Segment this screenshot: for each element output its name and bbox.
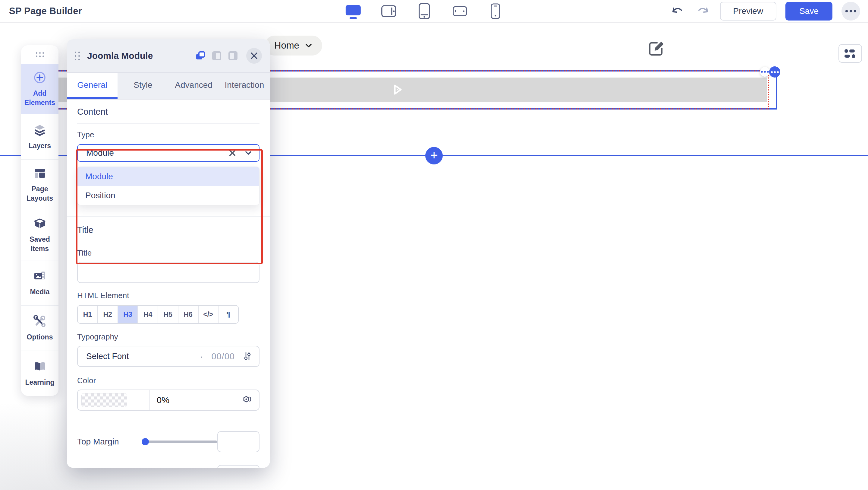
column-options-button[interactable]: [769, 66, 780, 78]
preview-button[interactable]: Preview: [720, 2, 777, 21]
page-layouts-icon: [33, 166, 47, 180]
font-select[interactable]: Select Font · 00/00: [77, 346, 259, 367]
float-window-icon[interactable]: [195, 50, 206, 61]
sidebar-item-label: Page Layouts: [23, 184, 57, 203]
device-desktop-icon[interactable]: [344, 1, 363, 21]
font-separator-dot: ·: [200, 351, 203, 362]
tab-interaction[interactable]: Interaction: [219, 73, 270, 99]
sidebar-item-label: Saved Items: [23, 235, 57, 254]
save-button[interactable]: Save: [785, 2, 832, 21]
page-selector-label: Home: [274, 40, 299, 51]
dropdown-option-position[interactable]: Position: [78, 186, 259, 205]
top-margin-slider[interactable]: [142, 440, 217, 443]
device-tablet-portrait-icon[interactable]: [415, 1, 434, 21]
type-field-label: Type: [77, 130, 259, 139]
section-separator: [67, 423, 270, 423]
font-size-counter: 00/00: [211, 351, 235, 362]
add-row-button[interactable]: +: [425, 147, 443, 165]
typography-label: Typography: [77, 332, 259, 342]
heading-h6-button[interactable]: H6: [178, 306, 198, 323]
clear-icon[interactable]: [229, 149, 236, 156]
redo-button[interactable]: [695, 3, 711, 19]
bottom-margin-input[interactable]: [217, 465, 259, 468]
divider: [77, 123, 259, 124]
dropdown-option-module[interactable]: Module: [78, 167, 259, 186]
row-options-button[interactable]: [760, 67, 770, 77]
more-options-button[interactable]: [841, 2, 860, 21]
heading-h1-button[interactable]: H1: [78, 306, 97, 323]
sidebar-item-label: Options: [27, 333, 53, 342]
heading-code-button[interactable]: </>: [198, 306, 218, 323]
sidebar-item-layers[interactable]: Layers: [21, 114, 59, 159]
tab-advanced[interactable]: Advanced: [168, 73, 219, 99]
modal-body: Content Type Module Module Position Titl…: [67, 99, 270, 468]
slider-thumb[interactable]: [142, 438, 149, 445]
title-input[interactable]: [77, 262, 259, 283]
bottom-margin-row: Bottom Margin: [77, 465, 259, 468]
title-section-heading: Title: [77, 225, 259, 235]
options-icon: [33, 314, 47, 328]
heading-h5-button[interactable]: H5: [158, 306, 178, 323]
top-margin-row: Top Margin: [77, 431, 259, 452]
dock-right-icon[interactable]: [227, 50, 239, 61]
topbar: SP Page Builder Preview Save: [0, 0, 868, 23]
sidebar-item-page-layouts[interactable]: Page Layouts: [21, 159, 59, 210]
device-tablet-landscape-icon[interactable]: [379, 1, 398, 21]
color-opacity-field[interactable]: 0%: [150, 390, 259, 410]
color-swatch-button[interactable]: [78, 390, 150, 410]
page-settings-button[interactable]: [838, 44, 862, 63]
color-reset-icon[interactable]: [242, 395, 252, 405]
sidebar-item-media[interactable]: Media: [21, 260, 59, 305]
device-mobile-landscape-icon[interactable]: [450, 1, 470, 21]
tab-style[interactable]: Style: [118, 73, 168, 99]
column-guide-right: [768, 70, 769, 110]
dock-left-icon[interactable]: [211, 50, 222, 61]
type-select-value: Module: [86, 148, 114, 158]
chevron-down-icon[interactable]: [244, 149, 252, 157]
edit-page-icon[interactable]: [647, 39, 667, 59]
sidebar-item-label: Layers: [29, 141, 51, 150]
undo-button[interactable]: [670, 3, 686, 19]
section-separator: [67, 216, 270, 217]
heading-paragraph-button[interactable]: ¶: [218, 306, 238, 323]
heading-h3-button[interactable]: H3: [118, 306, 138, 323]
media-icon: [33, 269, 47, 283]
html-element-label: HTML Element: [77, 291, 259, 300]
sidebar-drag-handle[interactable]: [21, 45, 59, 64]
layers-icon: [33, 123, 47, 137]
device-mobile-portrait-icon[interactable]: [486, 1, 505, 21]
html-element-group: H1 H2 H3 H4 H5 H6 </> ¶: [77, 305, 239, 324]
type-select[interactable]: Module: [77, 144, 259, 162]
type-dropdown-list: Module Position: [77, 167, 259, 205]
joomla-module-settings-modal: Joomla Module General Style Advanced Int…: [67, 39, 270, 468]
app-title: SP Page Builder: [9, 6, 82, 17]
close-button[interactable]: [246, 48, 262, 64]
heading-h2-button[interactable]: H2: [97, 306, 118, 323]
saved-items-icon: [33, 217, 47, 231]
play-icon: [390, 82, 405, 97]
close-icon: [250, 52, 258, 60]
sidebar-item-label: Add Elements: [23, 89, 57, 108]
divider: [77, 242, 259, 242]
builder-sidebar: Add Elements Layers Page Layouts Saved I…: [21, 45, 59, 396]
sidebar-item-add-elements[interactable]: Add Elements: [21, 64, 59, 114]
color-control: 0%: [77, 390, 259, 411]
top-margin-input[interactable]: [217, 431, 259, 452]
heading-h4-button[interactable]: H4: [137, 306, 158, 323]
learning-icon: [33, 359, 47, 374]
title-field-label: Title: [77, 248, 259, 258]
add-elements-icon: [33, 70, 47, 85]
sidebar-item-label: Learning: [25, 378, 54, 387]
font-select-value: Select Font: [86, 351, 129, 361]
sidebar-item-saved-items[interactable]: Saved Items: [21, 210, 59, 260]
typography-settings-icon[interactable]: [243, 352, 252, 361]
responsive-device-switcher: [344, 1, 505, 21]
modal-drag-handle[interactable]: [75, 52, 80, 60]
page-selector[interactable]: Home: [265, 36, 322, 56]
sidebar-item-label: Media: [30, 287, 50, 296]
sidebar-item-learning[interactable]: Learning: [21, 351, 59, 396]
sidebar-item-options[interactable]: Options: [21, 305, 59, 351]
drag-dots-icon: [36, 52, 44, 57]
color-opacity-value: 0%: [157, 395, 169, 405]
tab-general[interactable]: General: [67, 73, 118, 99]
